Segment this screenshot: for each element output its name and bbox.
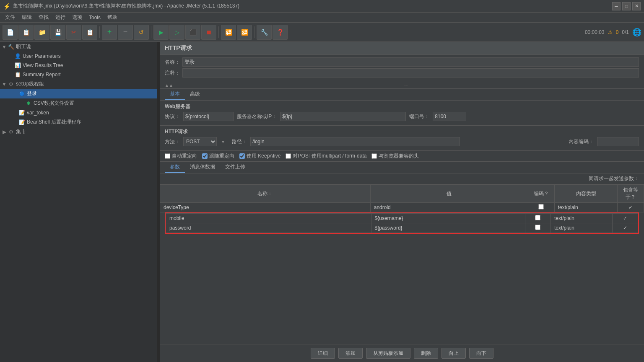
tree-icon-market: ⚙	[8, 129, 14, 135]
tree-arrow-var	[13, 110, 18, 116]
encoded-cb-0[interactable]	[538, 204, 544, 209]
cb-keepalive-input[interactable]	[239, 153, 245, 159]
highlighted-rows-container: mobile ${username} text/plain ✓ password…	[165, 212, 639, 234]
tree-item-setup[interactable]: ▼ ⚙ setUp线程组	[0, 79, 157, 89]
menu-run[interactable]: 运行	[52, 13, 69, 22]
help-button[interactable]: ❓	[273, 25, 288, 40]
path-input[interactable]	[250, 137, 460, 146]
params-tab-files[interactable]: 文件上传	[220, 162, 250, 173]
menu-tools[interactable]: Tools	[86, 14, 104, 21]
open-button[interactable]: 📁	[34, 25, 49, 40]
cb-follow-redirect[interactable]: 跟随重定向	[202, 153, 234, 160]
tab-basic[interactable]: 基本	[165, 89, 185, 100]
menu-edit[interactable]: 编辑	[18, 13, 35, 22]
right-panel: HTTP请求 名称： 注释： ▲▲ ···· 基本 高级 Web服务器	[160, 42, 644, 362]
add-button[interactable]: +	[102, 25, 117, 40]
tree-item-login[interactable]: 🔵 登录	[0, 89, 157, 98]
menu-help[interactable]: 帮助	[104, 13, 121, 22]
menu-file[interactable]: 文件	[2, 13, 18, 22]
start-button[interactable]: ▶	[153, 25, 169, 40]
cb-multipart[interactable]: 对POST使用multipart / form-data	[286, 153, 366, 160]
method-select[interactable]: POST GET PUT DELETE	[183, 137, 217, 146]
cell-content-type-2: text/plain	[551, 223, 612, 233]
tree-item-view-results[interactable]: 📊 View Results Tree	[0, 61, 157, 70]
tree-scroll-area[interactable]: ▼ 🔨 职工说 👤 User Parameters 📊 View Results…	[0, 42, 157, 137]
tree-arrow-market: ▶	[2, 129, 7, 135]
server-input[interactable]	[280, 112, 406, 121]
new-button[interactable]: 📄	[3, 25, 18, 40]
tree-item-user-params[interactable]: 👤 User Parameters	[0, 52, 157, 61]
cb-follow-redirect-input[interactable]	[202, 153, 208, 159]
tree-item-summary[interactable]: 📋 Summary Report	[0, 70, 157, 79]
encoded-cb-2[interactable]	[535, 225, 540, 230]
tree-item-root[interactable]: ▼ 🔨 职工说	[0, 42, 157, 52]
tree-item-csv[interactable]: ✱ CSV数据文件设置	[0, 98, 157, 108]
cb-browser-compat-input[interactable]	[371, 153, 377, 159]
left-panel: ▼ 🔨 职工说 👤 User Parameters 📊 View Results…	[0, 42, 157, 362]
tree-icon-var: 📝	[18, 109, 25, 116]
port-input[interactable]	[433, 112, 466, 121]
menu-options[interactable]: 选项	[69, 13, 86, 22]
comment-input[interactable]	[182, 68, 639, 78]
add-from-clipboard-button[interactable]: 从剪贴板添加	[366, 348, 410, 359]
save-button[interactable]: 💾	[50, 25, 65, 40]
maximize-button[interactable]: □	[622, 2, 631, 10]
cell-content-type-0: text/plain	[554, 203, 618, 212]
encoded-cb-1[interactable]	[535, 215, 540, 220]
tree-item-beanshell[interactable]: 📝 BeanShell 后置处理程序	[0, 117, 157, 127]
thread-ratio: 0/1	[622, 29, 629, 35]
table-container: 名称： 值 编码？ 内容类型 包含等于？ deviceType android	[160, 184, 644, 344]
move-down-button[interactable]: 向下	[469, 348, 493, 359]
tree-label-market: 集市	[16, 128, 26, 135]
protocol-input[interactable]	[183, 112, 234, 121]
clear-button[interactable]: ↺	[134, 25, 149, 40]
panel-title: HTTP请求	[165, 44, 192, 51]
menu-bar: 文件 编辑 查找 运行 选项 Tools 帮助	[0, 13, 644, 23]
cut-button[interactable]: ✂	[66, 25, 81, 40]
collapse-arrow-icon: ▲▲	[165, 83, 173, 88]
params-tab-body[interactable]: 消息体数据	[185, 162, 220, 173]
templates-button[interactable]: 📋	[18, 25, 34, 40]
title-bar-left: ⚡ 集市性能脚本.jmx (D:\yibo\work\9.集市\性能脚本\集市性…	[3, 3, 239, 10]
start-no-pauses-button[interactable]: ▷	[169, 25, 184, 40]
detail-button[interactable]: 详细	[311, 348, 335, 359]
add-button[interactable]: 添加	[338, 348, 363, 359]
tree-label-setup: setUp线程组	[16, 80, 44, 88]
cb-auto-redirect-input[interactable]	[165, 153, 170, 159]
title-bar-text: 集市性能脚本.jmx (D:\yibo\work\9.集市\性能脚本\集市性能脚…	[13, 3, 239, 10]
move-up-button[interactable]: 向上	[441, 348, 466, 359]
params-area: 名称： 值 编码？ 内容类型 包含等于？ deviceType android	[160, 184, 644, 362]
menu-search[interactable]: 查找	[35, 13, 52, 22]
encoding-input[interactable]	[597, 137, 639, 146]
params-tab-params[interactable]: 参数	[165, 162, 185, 173]
delete-button[interactable]: 删除	[414, 348, 438, 359]
function-helper-button[interactable]: 🔧	[257, 25, 272, 40]
cell-encoded-0	[528, 203, 555, 212]
tree-arrow-login	[13, 91, 18, 97]
stop-button[interactable]: ⬛	[185, 25, 200, 40]
cb-auto-redirect[interactable]: 自动重定向	[165, 153, 197, 160]
table-row: deviceType android text/plain ✓	[160, 203, 644, 212]
cb-multipart-input[interactable]	[286, 153, 291, 159]
tree-item-market[interactable]: ▶ ⚙ 集市	[0, 127, 157, 137]
tab-advanced[interactable]: 高级	[185, 89, 205, 100]
tree-arrow-user	[8, 53, 13, 59]
name-input[interactable]	[182, 57, 639, 67]
remote-stop-button[interactable]: 🔂	[237, 25, 252, 40]
cell-name-0: deviceType	[160, 203, 371, 212]
cell-value-0: android	[370, 203, 528, 212]
cb-keepalive[interactable]: 使用 KeepAlive	[239, 153, 280, 160]
remote-start-button[interactable]: 🔁	[221, 25, 236, 40]
table-header-row: 名称： 值 编码？ 内容类型 包含等于？	[160, 185, 644, 203]
shutdown-button[interactable]: ⏹	[201, 25, 216, 40]
minimize-button[interactable]: ─	[612, 2, 621, 10]
globe-icon: 🌐	[632, 28, 641, 37]
cb-browser-compat[interactable]: 与浏览器兼容的头	[371, 153, 419, 160]
tree-label-login: 登录	[27, 90, 37, 97]
close-button[interactable]: ✕	[632, 2, 641, 10]
copy-button[interactable]: 📋	[82, 25, 97, 40]
remove-button[interactable]: −	[118, 25, 133, 40]
cell-include-0: ✓	[618, 203, 644, 212]
tree-item-var-token[interactable]: 📝 var_token	[0, 108, 157, 117]
comment-label: 注释：	[165, 70, 180, 77]
